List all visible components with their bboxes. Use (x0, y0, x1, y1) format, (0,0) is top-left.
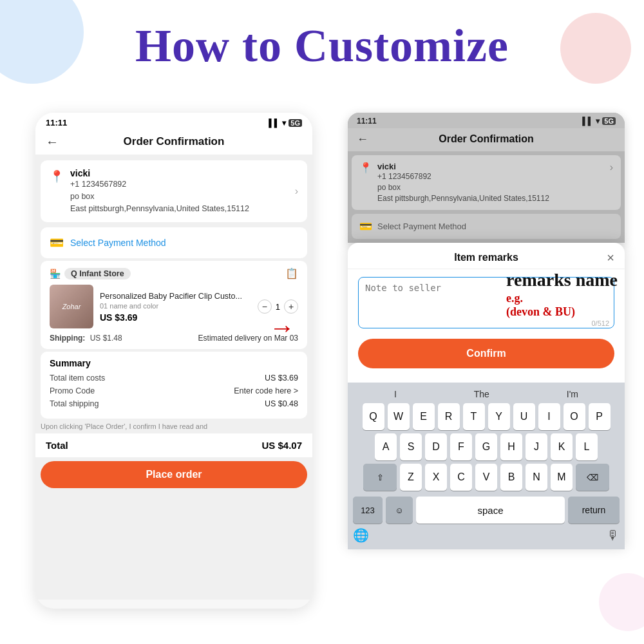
confirm-button[interactable]: Confirm (358, 339, 614, 368)
qty-increase-left[interactable]: + (284, 299, 298, 314)
total-row-left: Total US $4.07 (35, 433, 312, 457)
product-price-left: US $3.69 (100, 312, 251, 323)
status-icons-left: ▌▌ ▾ 5G (269, 118, 302, 128)
key-w[interactable]: W (388, 403, 410, 430)
product-name-left: Personalized Baby Pacifier Clip Custo... (100, 291, 251, 303)
key-d[interactable]: D (425, 433, 447, 460)
shipping-row-left: Shipping: US $1.48 Estimated delivery on… (50, 334, 298, 343)
keyboard-bottom-row: 123 ☺ space return (350, 494, 622, 525)
address-po: po box (70, 191, 249, 203)
key-mic[interactable]: 🎙 (607, 528, 620, 543)
order-confirmation-header-right: ← Order Confirmation (348, 128, 625, 151)
key-o[interactable]: O (564, 403, 585, 430)
wifi-icon: ▾ (282, 118, 286, 128)
key-k[interactable]: K (551, 433, 573, 460)
address-city: East pittsburgh,Pennsylvania,United Stat… (70, 203, 249, 215)
suggestion-i[interactable]: I (394, 389, 397, 399)
phone-body-left: 📍 vicki +1 1234567892 po box East pittsb… (35, 155, 312, 600)
address-info-left: vicki +1 1234567892 po box East pittsbur… (70, 168, 249, 214)
key-s[interactable]: S (400, 433, 422, 460)
suggestion-the[interactable]: The (474, 389, 489, 399)
summary-card-left: Summary Total item costs US $3.69 Promo … (41, 352, 307, 419)
key-p[interactable]: P (589, 403, 611, 430)
key-i[interactable]: I (538, 403, 560, 430)
key-space[interactable]: space (416, 497, 565, 524)
key-globe[interactable]: 🌐 (353, 527, 369, 543)
status-time-right: 11:11 (357, 117, 377, 126)
terms-text-left: Upon clicking 'Place Order', I confirm I… (41, 422, 307, 430)
right-section: 11:11 ▌▌ ▾ 5G ← Order Confirmation 📍 vic… (348, 113, 625, 549)
key-m[interactable]: M (551, 464, 573, 491)
key-a[interactable]: A (375, 433, 397, 460)
phone-right-body: 📍 vicki +1 1234567892 po box East pittsb… (348, 151, 625, 243)
payment-label-left: Select Payment Method (70, 238, 166, 248)
key-t[interactable]: T (463, 403, 485, 430)
address-info-right: vicki +1 1234567892 po box East pittsbur… (377, 162, 549, 204)
address-card-left[interactable]: 📍 vicki +1 1234567892 po box East pittsb… (41, 160, 307, 222)
suggestion-im[interactable]: I'm (567, 389, 578, 399)
key-shift[interactable]: ⇧ (363, 464, 397, 491)
key-y[interactable]: Y (488, 403, 510, 430)
status-bar-left: 11:11 ▌▌ ▾ 5G (35, 113, 312, 130)
key-b[interactable]: B (500, 464, 522, 491)
payment-label-right: Select Payment Method (377, 222, 466, 231)
address-city-right: East pittsburgh,Pennsylvania,United Stat… (377, 193, 549, 204)
status-bar-right: 11:11 ▌▌ ▾ 5G (348, 113, 625, 128)
location-icon-right: 📍 (359, 162, 372, 174)
key-q[interactable]: Q (363, 403, 384, 430)
key-v[interactable]: V (475, 464, 497, 491)
promo-val[interactable]: Enter code here > (234, 386, 298, 395)
back-button-right[interactable]: ← (357, 133, 368, 146)
address-phone-right: +1 1234567892 (377, 171, 549, 182)
back-button-left[interactable]: ← (46, 135, 59, 149)
summary-row-shipping: Total shipping US $0.48 (50, 399, 298, 408)
signal-icon-right: ▌▌ (582, 117, 593, 126)
key-n[interactable]: N (526, 464, 547, 491)
key-f[interactable]: F (450, 433, 472, 460)
key-g[interactable]: G (475, 433, 497, 460)
store-header-left: 🏪 Q Infant Store 📋 (50, 267, 298, 279)
order-confirmation-header-left: ← Order Confirmation (35, 130, 312, 155)
key-l[interactable]: L (576, 433, 598, 460)
total-label-left: Total (46, 440, 68, 451)
qty-value-left: 1 (276, 302, 280, 312)
key-c[interactable]: C (450, 464, 472, 491)
key-j[interactable]: J (526, 433, 547, 460)
key-e[interactable]: E (413, 403, 435, 430)
key-u[interactable]: U (513, 403, 535, 430)
char-count: 0/512 (591, 319, 609, 327)
modal-close-button[interactable]: × (607, 251, 614, 265)
payment-method-row-left[interactable]: 💳 Select Payment Method (41, 227, 307, 258)
item-remarks-modal: Item remarks × 0/512 remarks name e.g. (… (348, 243, 625, 549)
header-title-left: Order Confirmation (124, 135, 225, 148)
place-order-button-left[interactable]: Place order (41, 461, 307, 488)
key-return[interactable]: return (568, 497, 620, 524)
note-icon-left[interactable]: 📋 (285, 267, 298, 279)
note-to-seller-input[interactable] (358, 277, 614, 328)
address-name-right: vicki (377, 162, 549, 171)
payment-method-row-right[interactable]: 💳 Select Payment Method (352, 214, 621, 239)
key-emoji[interactable]: ☺ (386, 497, 413, 524)
qty-decrease-left[interactable]: − (258, 299, 272, 314)
location-icon-left: 📍 (50, 169, 64, 184)
key-h[interactable]: H (500, 433, 522, 460)
key-z[interactable]: Z (400, 464, 422, 491)
header-title-right: Order Confirmation (439, 133, 534, 145)
decorative-blob-br (599, 573, 644, 631)
key-num[interactable]: 123 (353, 497, 383, 524)
address-card-right[interactable]: 📍 vicki +1 1234567892 po box East pittsb… (352, 155, 621, 210)
product-details-left: Personalized Baby Pacifier Clip Custo...… (100, 291, 251, 323)
red-arrow-indicator: ← (269, 316, 295, 345)
qty-control-left: − 1 + (258, 299, 298, 314)
key-x[interactable]: X (425, 464, 447, 491)
product-row-left: Zohar Personalized Baby Pacifier Clip Cu… (50, 285, 298, 328)
modal-title: Item remarks (454, 252, 518, 263)
key-backspace[interactable]: ⌫ (576, 464, 609, 491)
left-phone-screenshot: 11:11 ▌▌ ▾ 5G ← Order Confirmation 📍 vic… (35, 113, 312, 609)
product-image-left: Zohar (50, 285, 93, 328)
key-r[interactable]: R (438, 403, 460, 430)
total-item-val: US $3.69 (265, 374, 298, 383)
product-img-placeholder: Zohar (50, 285, 93, 328)
page-title: How to Customize (0, 19, 644, 73)
keyboard-row-2: A S D F G H J K L (350, 433, 622, 460)
